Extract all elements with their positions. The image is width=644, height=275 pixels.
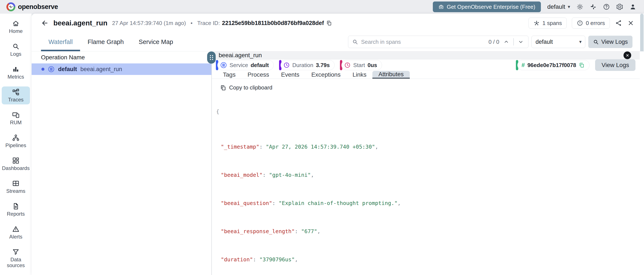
sidebar-item-pipelines[interactable]: Pipelines: [2, 132, 30, 150]
duration-chip: Duration 3.79s: [280, 60, 334, 70]
attribute-value: "Apr 27, 2026 14:57:39.740 +05:30": [266, 144, 375, 150]
search-in-spans-input[interactable]: [361, 39, 486, 45]
get-enterprise-button[interactable]: Get OpenObserve Enterprise (Free): [433, 2, 541, 12]
tab-events[interactable]: Events: [275, 71, 305, 78]
tab-tags[interactable]: Tags: [217, 71, 242, 78]
slack-icon[interactable]: [590, 4, 596, 10]
spans-graph-icon: [534, 20, 540, 26]
sidebar-item-label: RUM: [10, 120, 22, 125]
sidebar-item-rum[interactable]: RUM: [2, 109, 30, 127]
service-ring-icon: [48, 66, 55, 72]
tab-label: Flame Graph: [88, 38, 124, 46]
duration-value: 3.79s: [316, 62, 330, 68]
sidebar-item-alerts[interactable]: Alerts: [2, 224, 30, 242]
attribute-value: "677": [301, 228, 317, 234]
search-icon: [352, 39, 358, 45]
clock-icon: [344, 62, 350, 68]
copy-to-clipboard-button[interactable]: Copy to clipboard: [220, 84, 272, 91]
back-arrow-icon[interactable]: [41, 19, 49, 27]
span-id-value: 96ede0e7b17f0078: [528, 62, 576, 68]
streams-grid-icon: [12, 180, 20, 187]
share-icon[interactable]: [615, 20, 622, 27]
span-detail-tabs: Tags Process Events Exceptions Links Att…: [212, 71, 640, 79]
attribute-line: "beeai_model": "gpt-4o-mini",: [216, 172, 640, 178]
span-row-selected[interactable]: default beeai.agent_run: [32, 64, 212, 75]
panel-resize-handle[interactable]: [207, 52, 216, 64]
attribute-key: "_timestamp": [221, 144, 260, 150]
pipelines-hierarchy-icon: [12, 134, 20, 141]
start-label: Start: [353, 62, 365, 68]
tab-flame-graph[interactable]: Flame Graph: [80, 32, 131, 51]
sidebar-item-reports[interactable]: Reports: [2, 201, 30, 219]
sidebar-item-label: Reports: [7, 211, 25, 217]
tab-label: Exceptions: [311, 71, 340, 78]
trace-panels: Operation Name default beeai.agent_run: [32, 51, 644, 275]
sidebar-item-metrics[interactable]: Metrics: [2, 64, 30, 82]
help-icon[interactable]: [603, 4, 610, 10]
trace-title: beeai.agent_run: [54, 19, 108, 27]
attribute-line: "beeai_response_length": "677",: [216, 228, 640, 235]
tab-label: Attributes: [378, 71, 404, 78]
trace-toolbar: Waterfall Flame Graph Service Map 0 / 0: [32, 32, 644, 51]
sidebar-item-traces[interactable]: Traces: [2, 86, 30, 104]
copy-trace-id-icon[interactable]: [326, 20, 332, 26]
json-open-brace: {: [216, 108, 640, 115]
tab-label: Tags: [223, 71, 236, 78]
dashboards-tiles-icon: [12, 157, 20, 164]
brand-logo[interactable]: openobserve: [6, 2, 58, 11]
sidebar-item-data-sources[interactable]: Data sources: [2, 246, 30, 270]
row-operation-name: beeai.agent_run: [80, 66, 122, 72]
sidebar-item-label: Metrics: [8, 74, 24, 80]
tab-attributes[interactable]: Attributes: [372, 71, 410, 78]
drag-dots-icon: [210, 55, 213, 60]
tab-process[interactable]: Process: [242, 71, 275, 78]
stream-selector[interactable]: default ▾: [532, 36, 585, 48]
chevron-down-icon: ▾: [568, 4, 570, 10]
chevron-down-icon: ▾: [579, 39, 582, 44]
row-service-name: default: [58, 66, 77, 72]
org-selector[interactable]: default ▾: [547, 4, 570, 10]
attribute-line: "duration": "3790796us",: [216, 256, 640, 263]
sidebar-item-logs[interactable]: Logs: [2, 41, 30, 59]
sidebar-item-home[interactable]: Home: [2, 18, 30, 36]
attribute-value: "gpt-4o-mini": [269, 172, 311, 178]
next-match-icon[interactable]: [517, 39, 525, 44]
sidebar-item-streams[interactable]: Streams: [2, 178, 30, 196]
start-chip: Start 0us: [342, 60, 382, 70]
view-logs-label: View Logs: [602, 62, 629, 68]
trace-header: beeai.agent_run 27 Apr 14:57:39:740 (1m …: [32, 14, 644, 32]
logs-search-icon: [12, 43, 20, 50]
tab-links[interactable]: Links: [346, 71, 372, 78]
sidebar-item-label: Streams: [6, 188, 25, 194]
view-logs-button[interactable]: View Logs: [588, 36, 632, 48]
stream-selector-value: default: [536, 39, 553, 45]
sidebar-item-label: Dashboards: [2, 165, 30, 171]
metrics-bars-icon: [12, 66, 20, 73]
tab-service-map[interactable]: Service Map: [131, 32, 181, 51]
tab-exceptions[interactable]: Exceptions: [305, 71, 346, 78]
tab-waterfall[interactable]: Waterfall: [41, 32, 80, 51]
service-ring-icon: [220, 62, 227, 68]
close-details-icon[interactable]: [624, 52, 631, 59]
span-meta-chips: Service default Duration 3.79s: [212, 59, 640, 71]
attribute-key: "duration": [221, 256, 253, 262]
settings-gear-icon[interactable]: [616, 4, 623, 10]
span-id-chip: # 96ede0e7b17f0078: [518, 60, 590, 70]
service-chip: Service default: [217, 60, 274, 70]
theme-toggle-icon[interactable]: [576, 4, 583, 10]
search-icon: [593, 39, 599, 45]
dot-separator: •: [191, 20, 192, 26]
span-view-logs-button[interactable]: View Logs: [595, 59, 636, 71]
user-avatar-icon[interactable]: [630, 4, 636, 10]
close-icon[interactable]: [627, 20, 634, 26]
sidebar-item-dashboards[interactable]: Dashboards: [2, 155, 30, 173]
attribute-line: "_timestamp": "Apr 27, 2026 14:57:39.740…: [216, 143, 640, 150]
spans-count-label: 1 spans: [542, 20, 562, 26]
brand-name: openobserve: [18, 3, 58, 11]
tab-label: Links: [352, 71, 366, 78]
alerts-warning-icon: [12, 226, 20, 233]
copy-span-id-icon[interactable]: [579, 62, 585, 68]
span-details-header: beeai.agent_run: [212, 52, 640, 59]
span-search-box: 0 / 0: [348, 36, 528, 48]
previous-match-icon[interactable]: [502, 39, 510, 44]
